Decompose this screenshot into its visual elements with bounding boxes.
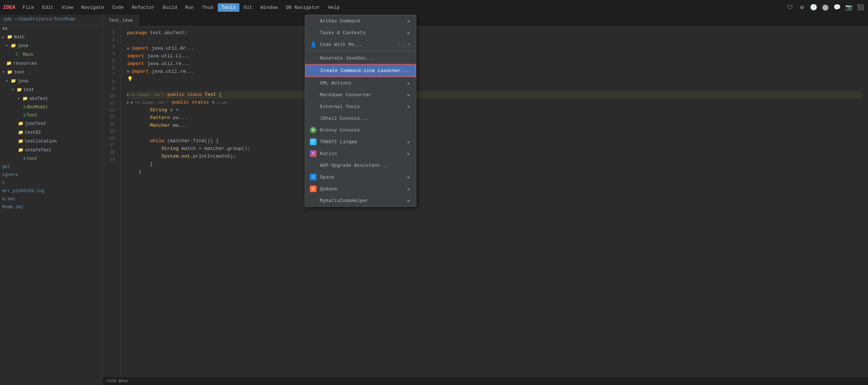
editor-area: Test.java 1 2 3 4 5 6 7 8 9 10 11 12 13 … <box>103 15 868 385</box>
sidebar-item-get[interactable]: get <box>0 163 102 171</box>
menu-build[interactable]: Build <box>159 3 181 12</box>
icon-shield[interactable]: 🛡 <box>786 3 795 12</box>
icon-red[interactable]: ⬛ <box>856 3 865 12</box>
main-layout: ode ~/IdeaProjects/TestMode ea ▶ 📁 main … <box>0 15 868 385</box>
menu-navigate[interactable]: Navigate <box>77 3 108 12</box>
sidebar-item-t[interactable]: t <box>0 179 102 187</box>
app-logo: IDEA <box>3 4 15 10</box>
sidebar-item-ea[interactable]: ea <box>0 25 102 33</box>
menu-xml-actions[interactable]: XML Actions ▶ <box>305 77 416 89</box>
sidebar-item-main[interactable]: ▶ 📁 main <box>0 33 102 42</box>
arthas-icon <box>310 17 317 25</box>
qodana-label: Qodana <box>320 186 405 192</box>
external-tools-arrow: ▶ <box>408 104 410 109</box>
menu-git[interactable]: Git <box>240 3 256 12</box>
menu-file[interactable]: File <box>19 3 38 12</box>
sidebar-item-test-file[interactable]: C test <box>0 155 102 163</box>
menu-edit[interactable]: Edit <box>39 3 57 12</box>
class-icon: C <box>23 105 26 109</box>
menu-help[interactable]: Help <box>325 3 343 12</box>
sidebar-item-test-root[interactable]: ▼ 📁 test <box>0 68 102 77</box>
jshell-label: JShell Console... <box>320 116 410 121</box>
icon-settings[interactable]: ⚙ <box>798 3 806 12</box>
class-icon: C <box>23 113 26 118</box>
folder-icon: 📁 <box>10 78 16 84</box>
menu-mybatis-helper[interactable]: MybatisCodeHelper ▶ <box>305 195 416 206</box>
menu-create-launcher[interactable]: Create Command-line Launcher... <box>305 64 416 77</box>
code-with-me-shortcut: ⌃ ⇧ Y <box>398 42 410 47</box>
arrow-test: ▼ <box>2 71 7 74</box>
sidebar-item-absmodel[interactable]: C AbsModel <box>0 103 102 111</box>
kotlin-label: Kotlin <box>320 151 405 156</box>
launcher-icon <box>310 67 318 74</box>
sidebar-item-test-pkg[interactable]: ▼ 📁 test <box>0 86 102 94</box>
tongyi-icon: T <box>310 138 317 145</box>
groovy-icon: G <box>310 126 317 134</box>
separator-1 <box>305 51 416 51</box>
sidebar-item-jsontest[interactable]: 📁 jsonTest <box>0 119 102 128</box>
sidebar-item-java-test[interactable]: ▼ 📁 java <box>0 77 102 86</box>
sidebar-item-main-class[interactable]: C Main <box>0 50 102 59</box>
menu-markdown-converter[interactable]: Markdown Converter ▶ <box>305 89 416 101</box>
sidebar-item-resources[interactable]: 📁 resources <box>0 59 102 68</box>
menu-tasks-contexts[interactable]: Tasks & Contexts ▶ <box>305 27 416 39</box>
external-tools-icon <box>310 103 317 110</box>
folder-icon: 📁 <box>18 147 23 153</box>
arrow-test-pkg: ▼ <box>12 88 16 92</box>
menu-external-tools[interactable]: External Tools ▶ <box>305 101 416 112</box>
menu-thub[interactable]: Thub <box>198 3 217 12</box>
menu-refactor[interactable]: Refactor <box>128 3 158 12</box>
kotlin-icon: K <box>310 150 317 157</box>
markdown-label: Markdown Converter <box>320 92 405 98</box>
menubar-icons: 🛡 ⚙ 🕐 ⬤ 💬 📷 ⬛ <box>786 3 865 12</box>
menu-arthas-command[interactable]: Arthas Command ▶ <box>305 15 416 27</box>
arrow-abstest: ▼ <box>18 97 22 101</box>
menu-code[interactable]: Code <box>109 3 127 12</box>
menu-code-with-me[interactable]: 👤 Code With Me... ⌃ ⇧ Y <box>305 39 416 50</box>
folder-icon: 📁 <box>18 121 23 127</box>
tasks-label: Tasks & Contexts <box>320 30 405 36</box>
menu-tongyi-lingma[interactable]: T TONGYI Lingma ▶ <box>305 136 416 148</box>
qodana-icon: Q <box>310 185 317 192</box>
mybatis-icon <box>310 197 317 204</box>
menu-groovy-console[interactable]: G Groovy Console <box>305 124 416 136</box>
menu-jshell-console[interactable]: JShell Console... <box>305 112 416 124</box>
arrow-main: ▶ <box>2 35 7 39</box>
menu-kotlin[interactable]: K Kotlin ▶ <box>305 148 416 159</box>
markdown-icon <box>310 91 317 98</box>
sidebar-item-modeiml[interactable]: Mode.iml <box>0 203 102 211</box>
icon-circle[interactable]: ⬤ <box>821 3 830 12</box>
javadoc-icon <box>310 54 317 62</box>
icon-camera[interactable]: 📷 <box>845 3 853 12</box>
menu-space[interactable]: S Space ▶ <box>305 171 416 183</box>
sidebar-item-test02[interactable]: 📁 test02 <box>0 128 102 137</box>
folder-icon: 📁 <box>10 43 16 49</box>
menu-tools[interactable]: Tools <box>218 3 239 12</box>
menu-generate-javadoc[interactable]: Generate JavaDoc... <box>305 52 416 64</box>
menu-qodana[interactable]: Q Qodana ▶ <box>305 183 416 195</box>
sidebar-item-test-class[interactable]: C Test <box>0 111 102 119</box>
menu-db-navigator[interactable]: DB Navigator <box>282 3 324 12</box>
xml-icon <box>310 79 317 87</box>
menubar: IDEA File Edit View Navigate Code Refact… <box>0 0 868 15</box>
sidebar-item-abstest[interactable]: ▼ 📁 absTest <box>0 94 102 103</box>
sidebar-item-ignore[interactable]: ignore <box>0 171 102 179</box>
sidebar-item-unsafetest[interactable]: 📁 unsafeTest <box>0 146 102 155</box>
icon-clock[interactable]: 🕐 <box>809 3 818 12</box>
kotlin-arrow: ▶ <box>408 151 410 156</box>
icon-message[interactable]: 💬 <box>833 3 842 12</box>
mybatis-label: MybatisCodeHelper <box>320 198 405 204</box>
dropdown-overlay: Arthas Command ▶ Tasks & Contexts ▶ 👤 Co… <box>103 15 868 385</box>
sidebar-item-log[interactable]: err_pid35159.log <box>0 187 102 195</box>
sidebar-item-mxml[interactable]: m.xml <box>0 195 102 203</box>
groovy-label: Groovy Console <box>320 127 410 133</box>
sidebar-item-testlocation[interactable]: 📁 testlocation <box>0 137 102 146</box>
sidebar-item-java-main[interactable]: ▼ 📁 java <box>0 42 102 50</box>
menu-window[interactable]: Window <box>257 3 281 12</box>
menu-agp-upgrade[interactable]: AGP Upgrade Assistant... <box>305 159 416 171</box>
menu-view[interactable]: View <box>58 3 77 12</box>
menu-run[interactable]: Run <box>181 3 197 12</box>
code-with-me-label: Code With Me... <box>320 42 392 47</box>
sidebar: ode ~/IdeaProjects/TestMode ea ▶ 📁 main … <box>0 15 103 385</box>
tasks-icon <box>310 29 317 36</box>
